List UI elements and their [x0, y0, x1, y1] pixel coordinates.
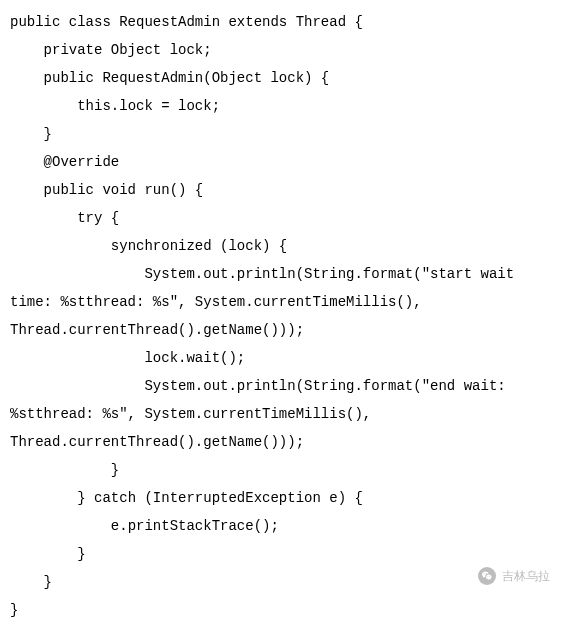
code-line: }	[10, 120, 558, 148]
code-line: @Override	[10, 148, 558, 176]
code-line: }	[10, 596, 558, 624]
code-line: public class RequestAdmin extends Thread…	[10, 8, 558, 36]
code-line: this.lock = lock;	[10, 92, 558, 120]
code-line: }	[10, 568, 558, 596]
code-line: e.printStackTrace();	[10, 512, 558, 540]
watermark-text: 吉林乌拉	[502, 564, 550, 588]
code-line: private Object lock;	[10, 36, 558, 64]
code-line: }	[10, 540, 558, 568]
code-block: public class RequestAdmin extends Thread…	[0, 0, 568, 626]
code-line: synchronized (lock) {	[10, 232, 558, 260]
code-line: System.out.println(String.format("end wa…	[10, 372, 558, 456]
code-line: } catch (InterruptedException e) {	[10, 484, 558, 512]
code-line: public RequestAdmin(Object lock) {	[10, 64, 558, 92]
wechat-icon	[478, 567, 496, 585]
code-line: try {	[10, 204, 558, 232]
watermark: 吉林乌拉	[478, 564, 550, 588]
code-line: }	[10, 456, 558, 484]
code-line: public void run() {	[10, 176, 558, 204]
code-line: lock.wait();	[10, 344, 558, 372]
code-line: System.out.println(String.format("start …	[10, 260, 558, 344]
